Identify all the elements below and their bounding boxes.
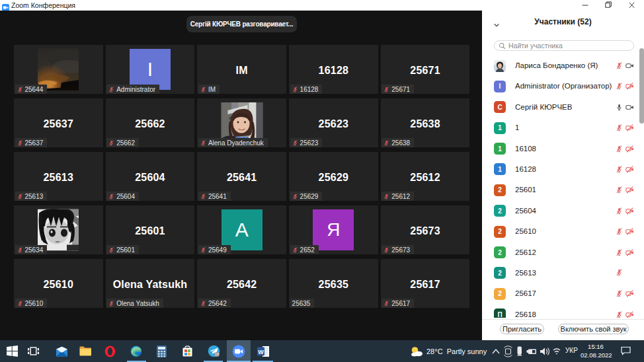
svg-text:19: 19 <box>214 352 218 356</box>
svg-text:W: W <box>258 348 264 355</box>
